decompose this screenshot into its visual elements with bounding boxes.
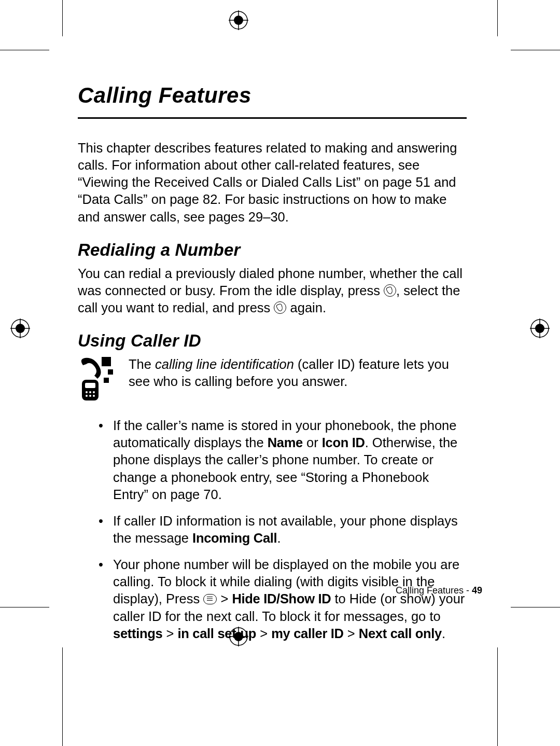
svg-rect-17 xyxy=(108,369,113,375)
chapter-title: Calling Features xyxy=(78,83,467,108)
b2-b: . xyxy=(277,531,281,545)
b3-settings: settings xyxy=(113,626,162,641)
callerid-lead: The calling line identification (caller … xyxy=(129,356,467,390)
b1-name: Name xyxy=(268,435,303,450)
b2-a: If caller ID information is not availabl… xyxy=(113,514,458,545)
title-rule xyxy=(78,117,467,119)
b3-c: . xyxy=(442,626,445,641)
svg-rect-18 xyxy=(104,378,109,383)
svg-point-25 xyxy=(89,395,91,397)
b1-or: or xyxy=(303,435,322,450)
b3-nextonly: Next call only xyxy=(359,626,442,641)
lead-em: calling line identification xyxy=(155,357,294,371)
b1-iconid: Icon ID xyxy=(322,435,365,450)
bullet-3: Your phone number will be displayed on t… xyxy=(99,556,467,642)
b3-gt4: > xyxy=(344,626,359,641)
svg-point-26 xyxy=(93,395,95,397)
b3-hideshow: Hide ID/Show ID xyxy=(232,591,331,606)
footer-label: Calling Features - xyxy=(396,585,472,596)
b3-mycid: my caller ID xyxy=(271,626,344,641)
page-number: 49 xyxy=(472,585,482,596)
section-title-callerid: Using Caller ID xyxy=(78,331,467,351)
call-key-icon xyxy=(384,284,396,297)
registration-mark-icon xyxy=(530,319,550,338)
b3-gt1: > xyxy=(217,591,232,606)
phone-feature-icon xyxy=(78,356,119,405)
call-key-icon xyxy=(274,301,286,314)
svg-rect-20 xyxy=(85,383,95,388)
page-footer: Calling Features - 49 xyxy=(396,585,482,596)
b3-gt3: > xyxy=(256,626,271,641)
bullet-2: If caller ID information is not availabl… xyxy=(99,513,467,547)
intro-paragraph: This chapter describes features related … xyxy=(78,140,467,226)
section-title-redial: Redialing a Number xyxy=(78,240,467,260)
registration-mark-icon xyxy=(10,319,30,338)
redial-paragraph: You can redial a previously dialed phone… xyxy=(78,265,467,316)
svg-point-23 xyxy=(93,391,95,393)
bullet-1: If the caller’s name is stored in your p… xyxy=(99,417,467,503)
b3-incall: in call set-up xyxy=(177,626,256,641)
registration-mark-icon xyxy=(229,10,248,30)
lead-a: The xyxy=(129,357,155,371)
b2-incoming: Incoming Call xyxy=(192,531,277,545)
menu-key-icon xyxy=(203,594,217,604)
svg-point-24 xyxy=(86,395,88,397)
svg-point-22 xyxy=(89,391,91,393)
redial-text-c: again. xyxy=(286,300,326,315)
b3-gt2: > xyxy=(162,626,177,641)
svg-point-21 xyxy=(86,391,88,393)
callerid-bullet-list: If the caller’s name is stored in your p… xyxy=(99,417,467,642)
svg-rect-16 xyxy=(102,357,111,366)
